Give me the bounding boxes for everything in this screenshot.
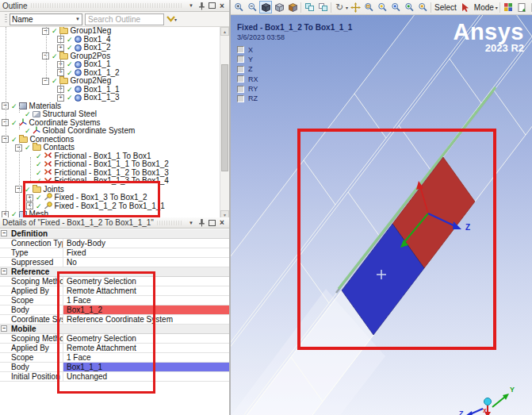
section-plane-cube-icon[interactable] [286, 1, 299, 13]
dof-checkbox[interactable] [237, 66, 244, 73]
ansys-logo: Ansys 2023 R2 [453, 20, 524, 54]
tree-connector [60, 34, 61, 47]
scrollbar-thumb[interactable] [221, 64, 228, 171]
legend-item-rx: RX [237, 75, 258, 83]
image-export-icon[interactable] [529, 1, 532, 13]
search-input[interactable] [85, 13, 164, 25]
panel-menu-dropdown-icon[interactable]: ▼ [186, 2, 196, 10]
check-icon: ✓ [67, 36, 73, 44]
check-icon: ✓ [52, 77, 58, 86]
tree-item-box1-1-3[interactable]: +✓Box1_1_3 [0, 94, 229, 102]
viewport-timestamp: 3/6/2023 03:58 [237, 33, 285, 41]
tree-item-box1-4[interactable]: +✓Box1_4 [0, 36, 229, 44]
scroll-up-icon[interactable]: ▲ [220, 27, 229, 36]
pin-icon[interactable] [197, 2, 206, 10]
legend-item-ry: RY [237, 86, 258, 93]
chevron-down-icon[interactable]: ▾ [496, 5, 498, 10]
pin-icon[interactable] [197, 218, 206, 227]
body-icon [75, 86, 82, 93]
tree-item-group2pos[interactable]: −✓Group2Pos [0, 52, 229, 61]
select-label[interactable]: Select [433, 3, 458, 12]
viewport-annotation-title: Fixed - Box1_1_2 To Box1_1_1 [237, 23, 352, 32]
connections-folder-icon [19, 136, 28, 143]
name-filter-value: Name [12, 15, 33, 24]
material-icon [33, 111, 40, 117]
image-capture-icon[interactable] [515, 1, 528, 13]
pan-icon[interactable] [349, 1, 362, 13]
section-collapse-icon[interactable]: − [1, 268, 7, 275]
name-filter-dropdown[interactable]: Name ▼ [10, 13, 82, 25]
check-icon: ✓ [11, 102, 17, 111]
details-row[interactable]: SuppressedNo [0, 258, 229, 267]
filter-options-icon[interactable]: ▾ [166, 16, 177, 22]
wireframe-cube-icon[interactable] [273, 1, 285, 13]
global-z-label: Z [459, 409, 464, 415]
chevron-down-icon[interactable]: ▾ [346, 5, 348, 10]
dof-checkbox[interactable] [237, 86, 244, 93]
body-icon [75, 44, 82, 52]
check-icon: ✓ [11, 136, 17, 144]
folder-icon [59, 78, 68, 84]
global-y-arrow [503, 394, 509, 400]
details-panel-header: Details of "Fixed - Box1_1_2 To Box1_1_1… [0, 217, 229, 229]
tree-item-box1-2[interactable]: +✓Box1_2 [0, 44, 229, 52]
duplicate-alt-icon[interactable] [316, 1, 329, 13]
check-icon: ✓ [36, 169, 42, 178]
tree-item-group2neg[interactable]: −✓Group2Neg [0, 77, 229, 86]
check-icon: ✓ [36, 160, 42, 169]
dof-checkbox[interactable] [237, 46, 244, 53]
shaded-exterior-icon[interactable] [259, 1, 272, 13]
dof-checkbox[interactable] [237, 75, 244, 83]
chevron-down-icon: ▼ [75, 17, 80, 21]
panel-menu-dropdown-icon[interactable]: ▼ [186, 218, 196, 227]
tree-item-box1-1[interactable]: +✓Box1_1 [0, 60, 229, 69]
check-icon: ✓ [67, 86, 73, 94]
body-icon [75, 94, 82, 102]
select-cursor-icon[interactable] [459, 1, 472, 13]
magnify-area-icon[interactable] [403, 1, 415, 13]
section-collapse-icon[interactable]: − [1, 325, 7, 332]
close-icon[interactable]: × [217, 218, 227, 227]
zoom-extents-icon[interactable] [416, 1, 429, 13]
zoom-out-icon[interactable] [246, 1, 258, 13]
body-icon [75, 61, 82, 68]
chevron-down-icon: ▾ [174, 17, 177, 22]
details-row[interactable]: TypeFixed [0, 248, 229, 258]
check-icon: ✓ [67, 44, 73, 52]
check-icon: ✓ [25, 127, 31, 136]
toolbar-grip[interactable] [5, 14, 7, 24]
maximize-icon[interactable] [207, 218, 216, 227]
viewports-icon[interactable] [502, 1, 515, 13]
tree-item-contacts[interactable]: −✓Contacts [0, 144, 229, 152]
global-y-label: Y [510, 386, 515, 394]
tree-scrollbar[interactable]: ▲ ▼ [220, 27, 229, 219]
dof-checkbox[interactable] [237, 56, 244, 63]
outline-panel-header: Outline ▼ × [0, 0, 229, 12]
tree-item-materials[interactable]: −✓Materials [0, 102, 229, 111]
mode-label[interactable]: Mode [473, 3, 496, 12]
tree-item-structural-steel[interactable]: ✓Structural Steel [0, 110, 229, 119]
outline-filter-row: Name ▼ ▾ [0, 12, 229, 27]
tree-item-group1neg[interactable]: −✓Group1Neg [0, 27, 229, 36]
tree-item-box1-1-2[interactable]: +✓Box1_1_2 [0, 69, 229, 78]
box-zoom-icon[interactable] [362, 1, 375, 13]
zoom-in-icon[interactable] [232, 1, 245, 13]
dof-checkbox[interactable] [237, 95, 244, 102]
maximize-icon[interactable] [207, 2, 216, 10]
details-row[interactable]: Connection TypeBody-Body [0, 239, 229, 248]
tree-item-global-coordinate-system[interactable]: ✓Global Coordinate System [0, 127, 229, 136]
section-collapse-icon[interactable]: − [1, 230, 7, 236]
check-icon: ✓ [67, 60, 73, 69]
zoom-mode-icon[interactable] [376, 1, 388, 13]
triad-origin-ball [484, 398, 492, 405]
tree-item-frictional-2[interactable]: ✓Frictional - Box1_1_1 To Box1_2 [0, 160, 229, 169]
zoom-fit-icon[interactable] [389, 1, 402, 13]
details-section-definition[interactable]: −Definition [0, 229, 229, 239]
close-icon[interactable]: × [217, 2, 227, 10]
legend-item-z: Z [237, 66, 258, 73]
header-texture [157, 221, 182, 225]
check-icon: ✓ [36, 152, 42, 161]
duplicate-icon[interactable] [303, 1, 316, 13]
global-triad[interactable]: X Y Z [459, 386, 515, 415]
rotate-icon[interactable]: ↻ [333, 1, 346, 13]
